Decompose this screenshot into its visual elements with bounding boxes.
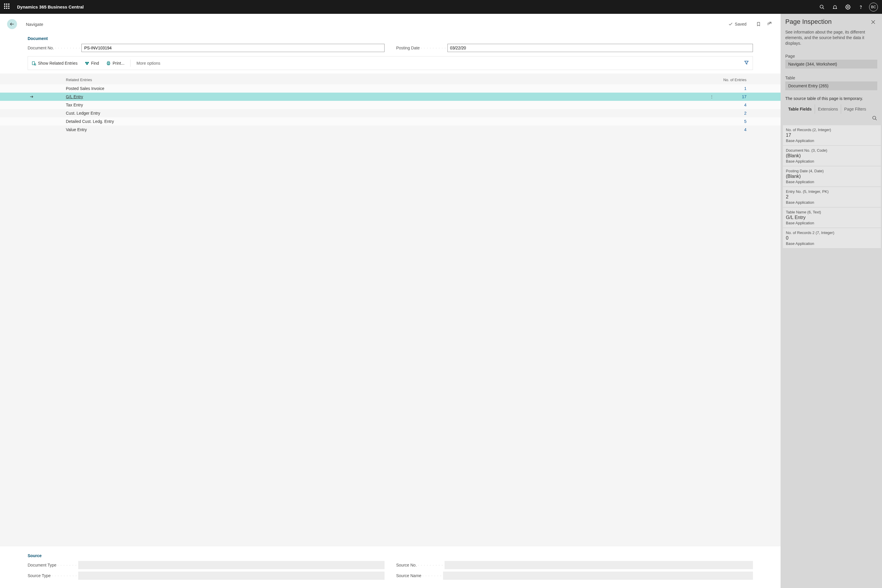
table-row[interactable]: Cust. Ledger Entry2 <box>0 109 781 117</box>
col-header-count[interactable]: No. of Entries <box>715 78 753 82</box>
source-type-input[interactable] <box>78 572 384 580</box>
field-source: Base Application <box>786 221 878 225</box>
topbar: Dynamics 365 Business Central BC <box>0 0 882 14</box>
inspector-field-card[interactable]: No. of Records (2, Integer)17Base Applic… <box>783 125 881 145</box>
inspector-title: Page Inspection <box>785 18 869 26</box>
table-header: Related Entries No. of Entries <box>0 74 781 84</box>
row-name: Value Entry <box>66 127 709 132</box>
print-button[interactable]: Print... <box>103 60 128 67</box>
more-options-button[interactable]: More options <box>133 60 164 67</box>
row-count[interactable]: 1 <box>715 86 753 91</box>
inspector-page-label: Page <box>781 51 882 60</box>
field-source: Base Application <box>786 138 878 143</box>
svg-line-1 <box>823 8 824 9</box>
inspector-field-card[interactable]: Document No. (3, Code)(Blank)Base Applic… <box>783 146 881 166</box>
filter-icon[interactable] <box>740 59 753 68</box>
inspector-tabs: Table Fields Extensions Page Filters <box>781 103 882 114</box>
svg-line-8 <box>36 65 36 65</box>
table-row[interactable]: G/L Entry⋮17 <box>0 93 781 101</box>
source-type-label: Source Type <box>28 573 51 578</box>
saved-label: Saved <box>735 22 747 27</box>
field-value: (Blank) <box>786 153 878 159</box>
doc-no-label: Document No. <box>28 46 54 50</box>
svg-rect-12 <box>108 62 109 63</box>
inspector-field-card[interactable]: Entry No. (5, Integer, PK)2Base Applicat… <box>783 187 881 207</box>
table-row[interactable]: Detailed Cust. Ledg. Entry5 <box>0 117 781 126</box>
inspector-description: See information about the page, its diff… <box>781 29 882 51</box>
svg-point-9 <box>85 62 87 63</box>
field-source: Base Application <box>786 180 878 184</box>
inspector-field-card[interactable]: Table Name (6, Text)G/L EntryBase Applic… <box>783 208 881 228</box>
svg-point-0 <box>820 5 823 8</box>
field-value: 0 <box>786 236 878 241</box>
settings-icon[interactable] <box>842 0 854 14</box>
row-count[interactable]: 4 <box>715 103 753 107</box>
field-name: Posting Date (4, Date) <box>786 169 878 173</box>
row-name: Tax Entry <box>66 103 709 107</box>
field-name: No. of Records 2 (7, Integer) <box>786 231 878 235</box>
back-button[interactable] <box>7 19 17 29</box>
app-title: Dynamics 365 Business Central <box>17 4 84 9</box>
field-name: Entry No. (5, Integer, PK) <box>786 189 878 194</box>
row-count[interactable]: 2 <box>715 111 753 116</box>
help-icon[interactable] <box>854 0 867 14</box>
field-name: Table Name (6, Text) <box>786 210 878 214</box>
svg-point-2 <box>847 6 849 8</box>
col-header-name[interactable]: Related Entries <box>66 78 715 82</box>
close-inspector-button[interactable] <box>869 18 877 27</box>
row-count[interactable]: 17 <box>715 94 753 99</box>
field-source: Base Application <box>786 242 878 246</box>
source-no-label: Source No. <box>396 563 417 567</box>
tab-page-filters[interactable]: Page Filters <box>841 104 869 114</box>
user-avatar[interactable]: BC <box>869 3 878 12</box>
document-section-title: Document <box>28 36 753 41</box>
row-name: G/L Entry <box>66 94 709 99</box>
source-section-title: Source <box>28 553 753 558</box>
notifications-icon[interactable] <box>828 0 842 14</box>
inspector-table-label: Table <box>781 73 882 81</box>
inspector-field-card[interactable]: No. of Records 2 (7, Integer)0Base Appli… <box>783 228 881 248</box>
app-launcher-icon[interactable] <box>4 3 11 10</box>
row-count[interactable]: 5 <box>715 119 753 124</box>
action-toolbar: Show Related Entries Find Print... More … <box>28 56 753 70</box>
inspector-fields-list[interactable]: No. of Records (2, Integer)17Base Applic… <box>781 124 882 588</box>
field-source: Base Application <box>786 200 878 205</box>
posting-date-input[interactable] <box>447 44 753 52</box>
inspector-page-value[interactable]: Navigate (344, Worksheet) <box>785 60 877 69</box>
row-menu-icon[interactable]: ⋮ <box>709 94 715 99</box>
page-title: Navigate <box>26 22 43 27</box>
field-value: (Blank) <box>786 174 878 179</box>
source-name-input[interactable] <box>443 572 753 580</box>
popout-icon[interactable] <box>765 20 774 28</box>
saved-indicator: Saved <box>728 22 747 27</box>
doc-type-input[interactable] <box>78 561 384 569</box>
svg-point-17 <box>873 116 876 119</box>
inspector-field-card[interactable]: Posting Date (4, Date)(Blank)Base Applic… <box>783 166 881 186</box>
doc-no-input[interactable] <box>81 44 384 52</box>
table-row[interactable]: Posted Sales Invoice1 <box>0 84 781 93</box>
find-button[interactable]: Find <box>81 60 103 67</box>
row-name: Cust. Ledger Entry <box>66 111 709 116</box>
show-related-entries-button[interactable]: Show Related Entries <box>28 60 81 67</box>
table-row[interactable]: Tax Entry4 <box>0 101 781 109</box>
search-icon[interactable] <box>816 0 828 14</box>
tab-table-fields[interactable]: Table Fields <box>785 104 815 114</box>
page-header: Navigate Saved <box>0 14 781 33</box>
source-no-input[interactable] <box>444 561 753 569</box>
inspector-table-value[interactable]: Document Entry (265) <box>785 81 877 90</box>
svg-line-18 <box>875 119 877 120</box>
field-value: G/L Entry <box>786 215 878 220</box>
page-inspection-panel: Page Inspection See information about th… <box>781 14 882 588</box>
posting-date-label: Posting Date <box>396 46 420 50</box>
related-entries-table: Related Entries No. of Entries Posted Sa… <box>0 74 781 546</box>
inspector-search-icon[interactable] <box>872 116 877 122</box>
toolbar-separator <box>130 60 130 67</box>
svg-point-10 <box>87 62 88 63</box>
bookmark-icon[interactable] <box>754 20 763 28</box>
row-count[interactable]: 4 <box>715 127 753 132</box>
row-indicator-icon <box>28 94 66 99</box>
field-value: 17 <box>786 133 878 138</box>
table-row[interactable]: Value Entry4 <box>0 126 781 134</box>
field-name: Document No. (3, Code) <box>786 148 878 153</box>
tab-extensions[interactable]: Extensions <box>815 104 841 114</box>
